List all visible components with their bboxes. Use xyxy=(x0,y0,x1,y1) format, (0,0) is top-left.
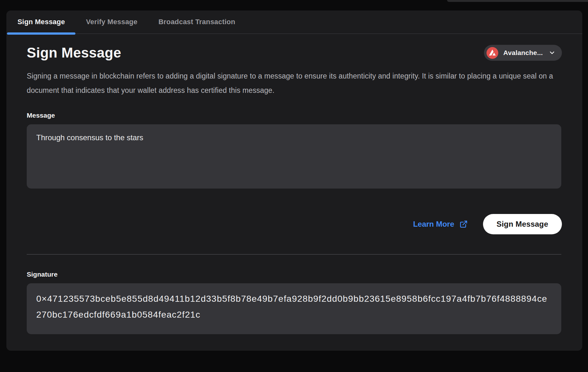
tab-bar: Sign Message Verify Message Broadcast Tr… xyxy=(6,10,582,34)
page-title: Sign Message xyxy=(27,45,121,61)
tab-sign-message[interactable]: Sign Message xyxy=(7,10,75,33)
description-text: Signing a message in blockchain refers t… xyxy=(27,69,557,98)
actions-row: Learn More Sign Message xyxy=(27,214,562,234)
network-selector-button[interactable]: Avalanche... xyxy=(484,45,562,61)
sign-message-card: Sign Message Verify Message Broadcast Tr… xyxy=(6,10,582,351)
top-edge-panel xyxy=(447,0,588,2)
signature-label: Signature xyxy=(27,271,562,278)
learn-more-link[interactable]: Learn More xyxy=(413,220,467,229)
external-link-icon xyxy=(459,220,468,228)
message-input[interactable]: Through consensus to the stars xyxy=(27,124,561,189)
header-row: Sign Message Avalanche... xyxy=(27,45,562,61)
learn-more-label: Learn More xyxy=(413,220,454,229)
sign-message-button[interactable]: Sign Message xyxy=(483,214,562,234)
chevron-down-icon xyxy=(549,49,556,56)
signature-output: 0×471235573bceb5e855d8d49411b12d33b5f8b7… xyxy=(27,283,561,334)
tab-verify-message[interactable]: Verify Message xyxy=(75,10,148,33)
network-name: Avalanche... xyxy=(503,49,543,57)
section-divider xyxy=(27,254,561,255)
avalanche-logo-icon xyxy=(486,47,498,59)
tab-broadcast-transaction[interactable]: Broadcast Transaction xyxy=(148,10,246,33)
message-label: Message xyxy=(27,112,562,119)
